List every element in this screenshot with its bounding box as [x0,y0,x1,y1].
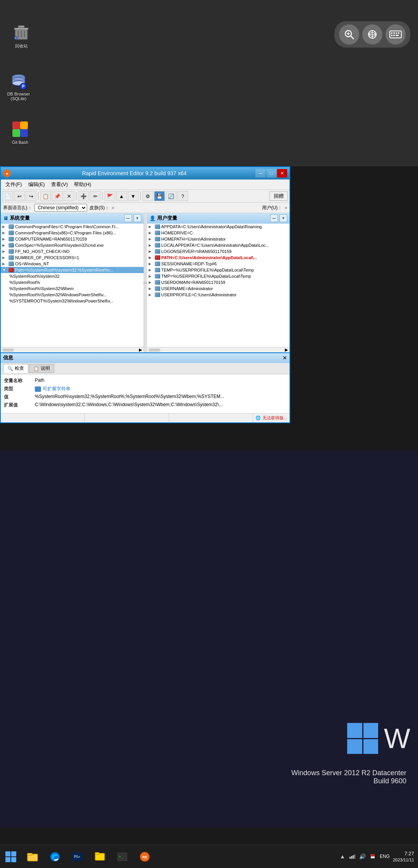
svg-text:PS>: PS> [74,855,81,859]
sys-scroll-right[interactable]: ▶ [139,347,142,352]
user-var-9[interactable]: USERNAME=Administrator [147,285,290,292]
clock[interactable]: 7:27 2023/11/11 [393,850,414,863]
user-var-5[interactable]: SESSIONNAME=RDP-Tcp#6 [147,261,290,267]
maximize-button[interactable]: □ [266,169,276,178]
user-var-2[interactable]: HOMEPATH=\Users\Administrator [147,236,290,242]
zoom-button[interactable] [339,24,359,44]
tray-flag[interactable] [369,853,377,860]
tab-description[interactable]: 📋 说明 [29,364,54,373]
db-browser-label: DB Browser(SQLite) [7,92,30,101]
user-tree[interactable]: APPDATA=C:\Users\Administrator\AppData\R… [147,224,290,347]
toolbar-copy[interactable]: 📋 [40,191,51,201]
toolbar-save[interactable]: 💾 [154,191,165,201]
toolbar-delete[interactable]: ✕ [63,191,74,201]
path-child-3[interactable]: %SystemRoot%\System32\WindowsPowerShell\… [8,292,144,298]
user-var-3[interactable]: LOCALAPPDATA=C:\Users\Administrator\AppD… [147,242,290,248]
user-label: 用户(U)： [262,205,283,211]
info-title: 信息 [3,354,13,361]
minimize-button[interactable]: ─ [255,169,266,178]
db-browser-icon[interactable]: P DB Browser(SQLite) [3,72,34,101]
tree-item-0[interactable]: CommonProgramFiles=C:\Program Files\Comm… [1,224,144,230]
keyboard-button[interactable] [385,24,406,44]
toolbar-forward[interactable]: ↪ [26,191,36,201]
user-panel-collapse[interactable]: ─ [270,214,278,222]
settings-expand[interactable]: » [112,205,115,210]
taskbar-app[interactable]: RE [134,845,156,868]
user-var-0[interactable]: APPDATA=C:\Users\Administrator\AppData\R… [147,224,290,230]
user-var-10[interactable]: USERPROFILE=C:\Users\Administrator [147,292,290,298]
remote-button[interactable] [362,24,382,44]
taskbar-edge[interactable] [44,845,66,868]
taskbar-files[interactable] [89,845,111,868]
toolbar-add[interactable]: ➕ [78,191,89,201]
taskbar-powershell[interactable]: PS> [66,845,89,868]
path-child-2[interactable]: %SystemRoot%\System32\Wbem [8,285,144,292]
toolbar-paste[interactable]: 📌 [52,191,63,201]
path-child-4[interactable]: %SYSTEMROOT%\System32\WindowsPowerShell\… [8,298,144,304]
svg-text:P: P [22,84,25,89]
resize-handle[interactable]: ↔ [144,213,147,352]
tab-inspect[interactable]: 🔍 检查 [3,364,28,373]
svg-rect-52 [354,854,355,859]
user-hscroll[interactable]: ▶ [147,347,290,352]
path-child-1[interactable]: %SystemRoot% [8,279,144,285]
toolbar-refresh[interactable]: 🔄 [166,191,176,201]
git-bash-icon[interactable]: Git Bash [5,120,36,145]
user-var-path[interactable]: PATH=C:\Users\Administrator\AppData\Loca… [147,255,290,261]
toolbar-help[interactable]: ? [177,191,188,201]
sys-hscroll[interactable]: ▶ [1,347,144,352]
taskbar-explorer[interactable] [21,845,44,868]
user-scroll-right[interactable]: ▶ [285,347,288,352]
user-expand[interactable]: » [284,205,287,210]
language-select[interactable]: Chinese (simplified) [34,204,87,212]
toolbar-up[interactable]: ▲ [116,191,127,201]
server-edition: Windows Server 2012 R2 Datacenter [291,769,406,777]
toolbar-flag[interactable]: 🚩 [104,191,115,201]
close-button[interactable]: ✕ [277,169,287,178]
toolbar-down[interactable]: ▼ [128,191,139,201]
user-var-1[interactable]: HOMEDRIVE=C: [147,230,290,236]
sys-panel-collapse[interactable]: ─ [124,214,132,222]
user-var-7[interactable]: TMP=%USERPROFILE%\AppData\Local\Temp [147,273,290,279]
user-var-8[interactable]: USERDOMAIN=RAN6501170159 [147,279,290,285]
toolbar-settings[interactable]: ⚙ [142,191,153,201]
menu-view[interactable]: 查看(V) [48,180,71,189]
recycle-bin-icon[interactable]: P 回收站 [6,23,37,49]
tray-network[interactable] [349,853,356,860]
menu-edit[interactable]: 编辑(E) [25,180,48,189]
sys-panel-icon: 🖥 [3,215,8,221]
language-label: 界面语言(L)： [3,205,32,211]
info-close[interactable]: ✕ [283,355,287,361]
donate-button[interactable]: 捐赠 [269,191,288,201]
tree-item-path[interactable]: ▼ Path=%SystemRoot%\system32;%SystemRoot… [1,267,144,273]
toolbar-new[interactable]: 📄 [2,191,13,201]
user-panel-expand[interactable]: + [279,214,287,222]
toolbar-edit[interactable]: ✏ [90,191,101,201]
menu-file[interactable]: 文件(F) [2,180,25,189]
path-child-0[interactable]: %SystemRoot%\system32 [8,273,144,279]
tray-speaker[interactable]: 🔊 [359,853,367,860]
info-panel: 信息 ✕ 🔍 检查 📋 说明 变量名称 Path 类型 可扩展字符串 [1,352,290,413]
user-var-4[interactable]: LOGONSERVER=\\RAN6501170159 [147,248,290,255]
svg-rect-1 [14,28,28,30]
sys-panel-expand[interactable]: + [134,214,141,222]
tree-item-6[interactable]: OS=Windows_NT [1,261,144,267]
tree-item-4[interactable]: FP_NO_HOST_CHECK=NO [1,248,144,255]
tree-item-2[interactable]: COMPUTERNAME=RAN6501170159 [1,236,144,242]
tree-item-1[interactable]: CommonProgramFiles(x86)=C:\Program Files… [1,230,144,236]
svg-rect-54 [371,856,375,858]
status-network: 🌐 无法获得版... [253,415,290,421]
menu-bar: 文件(F) 编辑(E) 查看(V) 帮助(H) [1,179,290,190]
toolbar-back[interactable]: ↩ [14,191,25,201]
menu-help[interactable]: 帮助(H) [71,180,94,189]
user-var-6[interactable]: TEMP=%USERPROFILE%\AppData\Local\Temp [147,267,290,273]
tray-arrow[interactable]: ▲ [339,853,346,860]
tree-item-5[interactable]: NUMBER_OF_PROCESSORS=1 [1,255,144,261]
svg-rect-26 [390,31,401,38]
info-row-value: 值 %SystemRoot%\system32;%SystemRoot%;%Sy… [4,394,286,400]
start-button[interactable] [0,845,21,868]
toolbar: 📄 ↩ ↪ 📋 📌 ✕ ➕ ✏ 🚩 ▲ ▼ ⚙ 💾 🔄 ? 捐赠 [1,190,290,203]
taskbar-terminal[interactable]: >_ [111,845,134,868]
tree-item-3[interactable]: ComSpec=%SystemRoot%\system32\cmd.exe [1,242,144,248]
sys-tree[interactable]: CommonProgramFiles=C:\Program Files\Comm… [1,224,144,347]
